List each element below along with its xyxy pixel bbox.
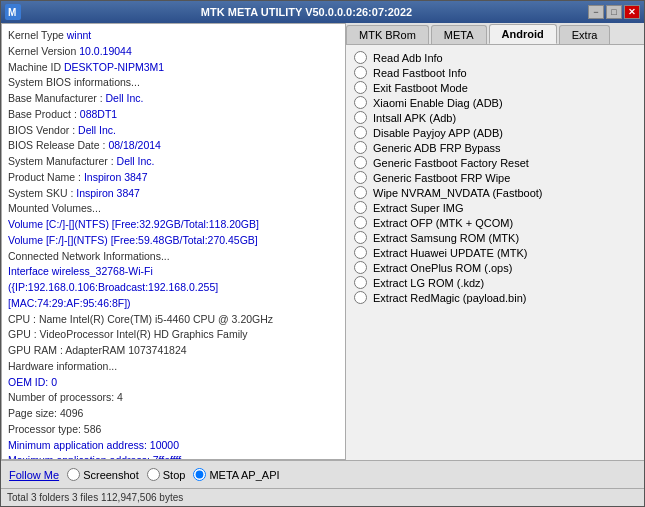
option-label: Extract LG ROM (.kdz) bbox=[373, 277, 484, 289]
info-text: CPU : Name Intel(R) Core(TM) i5-4460 CPU… bbox=[8, 313, 273, 325]
section-header: Connected Network Informations... bbox=[8, 250, 170, 262]
list-item[interactable]: Read Fastboot Info bbox=[354, 66, 636, 79]
info-line: Base Product : 088DT1 bbox=[8, 107, 339, 123]
option-radio-16[interactable] bbox=[354, 291, 367, 304]
info-line: BIOS Vendor : Dell Inc. bbox=[8, 123, 339, 139]
option-radio-10[interactable] bbox=[354, 201, 367, 214]
info-label: System Manufacturer : Dell Inc. bbox=[8, 155, 154, 167]
info-label: Base Manufacturer : Dell Inc. bbox=[8, 92, 143, 104]
section-header: Hardware information... bbox=[8, 360, 117, 372]
info-line: OEM ID: 0 bbox=[8, 375, 339, 391]
status-text: Total 3 folders 3 files 112,947,506 byte… bbox=[7, 492, 183, 503]
option-radio-13[interactable] bbox=[354, 246, 367, 259]
window-title: MTK META UTILITY V50.0.0.0:26:07:2022 bbox=[25, 6, 588, 18]
info-label: BIOS Vendor : Dell Inc. bbox=[8, 124, 116, 136]
info-line: Kernel Type winnt bbox=[8, 28, 339, 44]
list-item[interactable]: Generic ADB FRP Bypass bbox=[354, 141, 636, 154]
follow-me-link[interactable]: Follow Me bbox=[9, 469, 59, 481]
screenshot-radio[interactable] bbox=[67, 468, 80, 481]
tab-meta[interactable]: META bbox=[431, 25, 487, 44]
list-item[interactable]: Extract OFP (MTK + QCOM) bbox=[354, 216, 636, 229]
list-item[interactable]: Exit Fastboot Mode bbox=[354, 81, 636, 94]
option-radio-12[interactable] bbox=[354, 231, 367, 244]
option-radio-7[interactable] bbox=[354, 156, 367, 169]
info-line: System Manufacturer : Dell Inc. bbox=[8, 154, 339, 170]
stop-radio-label[interactable]: Stop bbox=[147, 468, 186, 481]
info-label: Product Name : Inspiron 3847 bbox=[8, 171, 148, 183]
status-bar: Total 3 folders 3 files 112,947,506 byte… bbox=[1, 488, 644, 506]
info-line: Maximum application address: 7ffeffff bbox=[8, 453, 339, 460]
option-radio-11[interactable] bbox=[354, 216, 367, 229]
list-item[interactable]: Xiaomi Enable Diag (ADB) bbox=[354, 96, 636, 109]
info-label: Kernel Type winnt bbox=[8, 29, 91, 41]
meta-ap-api-radio[interactable] bbox=[193, 468, 206, 481]
list-item[interactable]: Intsall APK (Adb) bbox=[354, 111, 636, 124]
option-radio-0[interactable] bbox=[354, 51, 367, 64]
main-content: Kernel Type winntKernel Version 10.0.190… bbox=[1, 23, 644, 460]
section-header: Mounted Volumes... bbox=[8, 202, 101, 214]
info-line: BIOS Release Date : 08/18/2014 bbox=[8, 138, 339, 154]
info-text: Page size: 4096 bbox=[8, 407, 83, 419]
option-radio-2[interactable] bbox=[354, 81, 367, 94]
info-line: Interface wireless_32768-Wi-Fi ({IP:192.… bbox=[8, 264, 339, 311]
info-line: System SKU : Inspiron 3847 bbox=[8, 186, 339, 202]
info-label: BIOS Release Date : 08/18/2014 bbox=[8, 139, 161, 151]
option-radio-3[interactable] bbox=[354, 96, 367, 109]
info-line: Page size: 4096 bbox=[8, 406, 339, 422]
section-header: System BIOS informations... bbox=[8, 76, 140, 88]
tab-android[interactable]: Android bbox=[489, 24, 557, 44]
option-label: Generic Fastboot FRP Wipe bbox=[373, 172, 510, 184]
link-text: Minimum application address: 10000 bbox=[8, 439, 179, 451]
info-line: Base Manufacturer : Dell Inc. bbox=[8, 91, 339, 107]
list-item[interactable]: Extract OnePlus ROM (.ops) bbox=[354, 261, 636, 274]
tab-extra[interactable]: Extra bbox=[559, 25, 611, 44]
list-item[interactable]: Disable Payjoy APP (ADB) bbox=[354, 126, 636, 139]
minimize-button[interactable]: − bbox=[588, 5, 604, 19]
list-item[interactable]: Extract LG ROM (.kdz) bbox=[354, 276, 636, 289]
list-item[interactable]: Extract Huawei UPDATE (MTK) bbox=[354, 246, 636, 259]
screenshot-radio-label[interactable]: Screenshot bbox=[67, 468, 139, 481]
option-label: Extract OFP (MTK + QCOM) bbox=[373, 217, 513, 229]
option-radio-14[interactable] bbox=[354, 261, 367, 274]
option-radio-4[interactable] bbox=[354, 111, 367, 124]
list-item[interactable]: Extract Samsung ROM (MTK) bbox=[354, 231, 636, 244]
link-text: Interface wireless_32768-Wi-Fi ({IP:192.… bbox=[8, 265, 218, 309]
list-item[interactable]: Generic Fastboot Factory Reset bbox=[354, 156, 636, 169]
bottom-bar: Follow Me Screenshot Stop META AP_API bbox=[1, 460, 644, 488]
option-radio-5[interactable] bbox=[354, 126, 367, 139]
info-label: Machine ID DESKTOP-NIPM3M1 bbox=[8, 61, 164, 73]
list-item[interactable]: Extract Super IMG bbox=[354, 201, 636, 214]
option-label: Extract RedMagic (payload.bin) bbox=[373, 292, 526, 304]
list-item[interactable]: Wipe NVRAM_NVDATA (Fastboot) bbox=[354, 186, 636, 199]
link-text: OEM ID: 0 bbox=[8, 376, 57, 388]
option-label: Extract Super IMG bbox=[373, 202, 463, 214]
tab-bar: MTK BRomMETAAndroidExtra bbox=[346, 23, 644, 45]
meta-ap-api-radio-label[interactable]: META AP_API bbox=[193, 468, 279, 481]
link-text: Volume [C:/]-[](NTFS) [Free:32.92GB/Tota… bbox=[8, 218, 259, 230]
list-item[interactable]: Extract RedMagic (payload.bin) bbox=[354, 291, 636, 304]
info-line: CPU : Name Intel(R) Core(TM) i5-4460 CPU… bbox=[8, 312, 339, 328]
maximize-button[interactable]: □ bbox=[606, 5, 622, 19]
option-label: Generic Fastboot Factory Reset bbox=[373, 157, 529, 169]
option-label: Extract OnePlus ROM (.ops) bbox=[373, 262, 512, 274]
info-line: Processor type: 586 bbox=[8, 422, 339, 438]
info-line: Machine ID DESKTOP-NIPM3M1 bbox=[8, 60, 339, 76]
svg-text:M: M bbox=[8, 7, 16, 18]
tab-mtk-brom[interactable]: MTK BRom bbox=[346, 25, 429, 44]
option-radio-6[interactable] bbox=[354, 141, 367, 154]
close-button[interactable]: ✕ bbox=[624, 5, 640, 19]
list-item[interactable]: Generic Fastboot FRP Wipe bbox=[354, 171, 636, 184]
info-text: GPU RAM : AdapterRAM 1073741824 bbox=[8, 344, 187, 356]
option-label: Intsall APK (Adb) bbox=[373, 112, 456, 124]
info-line: GPU : VideoProcessor Intel(R) HD Graphic… bbox=[8, 327, 339, 343]
stop-label: Stop bbox=[163, 469, 186, 481]
option-radio-8[interactable] bbox=[354, 171, 367, 184]
stop-radio[interactable] bbox=[147, 468, 160, 481]
option-radio-1[interactable] bbox=[354, 66, 367, 79]
option-radio-15[interactable] bbox=[354, 276, 367, 289]
meta-ap-api-label: META AP_API bbox=[209, 469, 279, 481]
option-label: Generic ADB FRP Bypass bbox=[373, 142, 501, 154]
option-radio-9[interactable] bbox=[354, 186, 367, 199]
info-line: Number of processors: 4 bbox=[8, 390, 339, 406]
list-item[interactable]: Read Adb Info bbox=[354, 51, 636, 64]
